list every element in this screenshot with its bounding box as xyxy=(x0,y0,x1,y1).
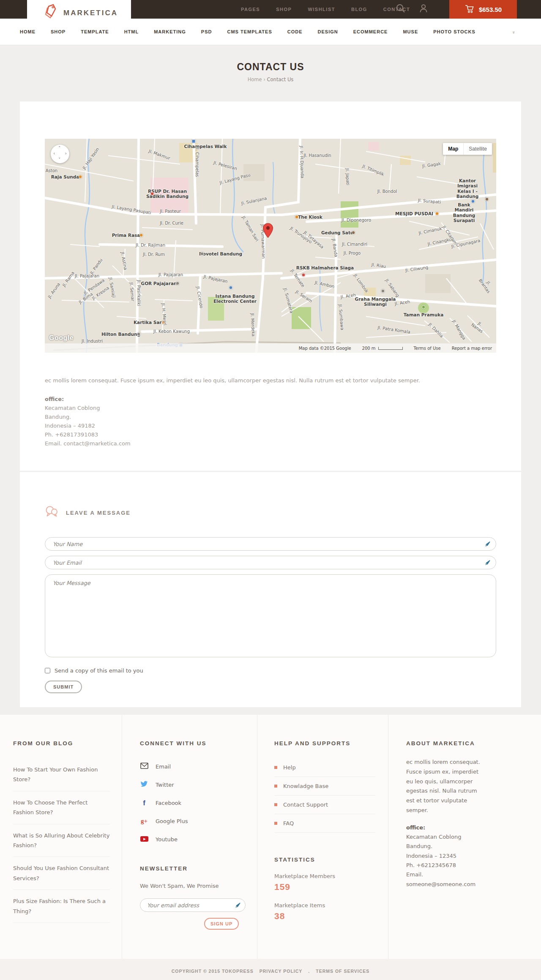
brand-logo[interactable]: MARKETICA xyxy=(27,0,131,26)
map-label: Jl. Pajajaran xyxy=(75,274,99,279)
pan-left-icon[interactable]: ‹ xyxy=(53,151,55,156)
cat-nav-photo-stocks[interactable]: PHOTO STOCKS xyxy=(433,29,475,34)
map-label: Jl. Ternate xyxy=(290,268,306,288)
pan-up-icon[interactable]: ˄ xyxy=(58,145,61,151)
search-icon[interactable] xyxy=(396,3,406,15)
blog-link[interactable]: What is So Alluring About Celebrity Fash… xyxy=(13,824,110,857)
blog-link[interactable]: How To Choose The Perfect Fashion Store? xyxy=(13,791,110,824)
poi-marker-icon xyxy=(471,200,475,203)
cat-nav-shop[interactable]: SHOP xyxy=(51,29,66,34)
poi-marker-icon xyxy=(381,289,385,293)
office-label: office: xyxy=(45,395,496,404)
terms-of-use-link[interactable]: Terms of Use xyxy=(414,346,441,351)
cat-nav-cms-templates[interactable]: CMS TEMPLATES xyxy=(227,29,272,34)
googleplus-icon: g+ xyxy=(140,818,148,825)
youtube-icon xyxy=(140,835,148,843)
header-nav: PAGES SHOP WISHLIST BLOG CONTACT xyxy=(241,0,410,19)
map-label: GOR Pajajaran xyxy=(141,281,177,286)
map-label: Taman Pramuka xyxy=(404,312,444,317)
pan-right-icon[interactable]: › xyxy=(65,151,67,156)
map-label: Jl. Cimanuk xyxy=(418,226,442,236)
map-label: Raja Sunda xyxy=(51,174,79,179)
help-link: Contact Support xyxy=(274,796,375,814)
map-pan-control[interactable]: ˄ ˅ ‹ › xyxy=(51,145,69,163)
map-label: Jl. Pelesiran xyxy=(213,160,238,171)
map-view-button[interactable]: Map xyxy=(443,143,463,155)
header-nav-wishlist[interactable]: WISHLIST xyxy=(308,7,335,12)
cat-nav-template[interactable]: TEMPLATE xyxy=(81,29,109,34)
facebook-icon: f xyxy=(140,799,148,807)
map-label: Jl. Sumatera xyxy=(282,288,294,314)
cat-nav-home[interactable]: HOME xyxy=(20,29,36,34)
cart-icon xyxy=(464,4,475,15)
map-label: Kantor Imigrasi Kelas I - Bandung xyxy=(453,178,482,199)
blog-link[interactable]: Should You Use Fashion Consultant Servic… xyxy=(13,857,110,890)
name-input[interactable] xyxy=(45,537,496,551)
statistics-heading: STATISTICS xyxy=(274,856,375,863)
map-label: Jl. Japati xyxy=(344,168,350,186)
social-email-link[interactable]: Email xyxy=(140,758,244,776)
social-googleplus-link[interactable]: g+ Google Plus xyxy=(140,812,244,830)
report-map-error-link[interactable]: Report a map error xyxy=(452,346,492,351)
cat-nav-code[interactable]: CODE xyxy=(287,29,303,34)
social-twitter-link[interactable]: Twitter xyxy=(140,776,244,794)
social-youtube-link[interactable]: Youtube xyxy=(140,830,244,848)
address-line: Email. someone@someone.com xyxy=(406,870,484,889)
map-label: Jl. Seram xyxy=(295,289,313,304)
map-label: Jl. Surapati xyxy=(418,198,441,205)
send-copy-checkbox[interactable] xyxy=(45,668,50,673)
satellite-view-button[interactable]: Satellite xyxy=(463,143,492,155)
social-facebook-link[interactable]: f Facebook xyxy=(140,794,244,812)
header-nav-shop[interactable]: SHOP xyxy=(276,7,292,12)
scale-bar xyxy=(378,347,403,350)
map-label: Jl. Citarum xyxy=(441,225,458,245)
office-address-block: office: Kecamatan Coblong Bandung. Indon… xyxy=(45,395,496,448)
pen-icon xyxy=(484,560,490,568)
message-textarea[interactable] xyxy=(45,574,496,657)
email-input[interactable] xyxy=(45,556,496,569)
blog-link[interactable]: Plus Size Fashion: Is There Such a Thing… xyxy=(13,890,110,923)
newsletter-email-input[interactable] xyxy=(140,898,246,912)
header-nav-blog[interactable]: BLOG xyxy=(351,7,367,12)
map-marker-pin[interactable] xyxy=(262,222,274,241)
message-field-row xyxy=(45,574,496,659)
submit-button[interactable]: SUBMIT xyxy=(45,681,82,693)
pen-icon xyxy=(234,902,240,910)
map-label: Jl. Riau xyxy=(371,262,386,269)
help-link: Help xyxy=(274,758,375,777)
blog-link[interactable]: How To Start Your Own Fashion Store? xyxy=(13,758,110,791)
map-label: Aston xyxy=(46,168,57,173)
address-line: Kecamatan Coblong xyxy=(406,832,484,842)
map-label: Kartika Sari xyxy=(134,320,163,325)
footer-blog-column: FROM OUR BLOG How To Start Your Own Fash… xyxy=(0,715,122,959)
breadcrumb-home[interactable]: Home xyxy=(248,77,262,82)
map-label: Jl. Aceh xyxy=(340,293,356,300)
map-label: Jl. Progo xyxy=(344,251,361,256)
privacy-policy-link[interactable]: PRIVACY POLICY xyxy=(260,969,303,974)
header-nav-pages[interactable]: PAGES xyxy=(241,7,260,12)
email-field-row xyxy=(45,556,496,569)
poi-marker-icon xyxy=(485,198,489,201)
cat-nav-ecommerce[interactable]: ECOMMERCE xyxy=(353,29,388,34)
cart-button[interactable]: $653.50 xyxy=(449,0,517,19)
google-map[interactable]: Cihampelas WalkJl. HasanudinAstonRaja Su… xyxy=(45,139,496,353)
cat-nav-design[interactable]: DESIGN xyxy=(318,29,338,34)
pen-icon xyxy=(484,541,490,549)
user-icon[interactable] xyxy=(418,3,429,15)
map-label: Jl. Gagak xyxy=(422,161,441,169)
cat-nav-marketing[interactable]: MARKETING xyxy=(154,29,186,34)
help-list: Help Knowladge Base Contact Support FAQ xyxy=(274,758,375,833)
poi-marker-icon xyxy=(79,175,82,179)
cat-nav-muse[interactable]: MUSE xyxy=(403,29,418,34)
contact-info-card: Cihampelas WalkJl. HasanudinAstonRaja Su… xyxy=(20,102,521,471)
copyright-text: COPYRIGHT © 2015 TOKOPRESS xyxy=(172,969,254,974)
terms-of-services-link[interactable]: TERMS OF SERVICES xyxy=(316,969,369,974)
pan-down-icon[interactable]: ˅ xyxy=(58,157,61,162)
signup-button[interactable]: SIGN UP xyxy=(204,918,239,930)
cat-nav-psd[interactable]: PSD xyxy=(201,29,212,34)
map-label: Jl. Bondol xyxy=(377,189,397,194)
leave-message-card: LEAVE A MESSAGE Send a copy of this emai… xyxy=(20,472,521,707)
blog-heading: FROM OUR BLOG xyxy=(13,740,110,747)
cat-nav-html[interactable]: HTML xyxy=(124,29,139,34)
chevron-down-icon[interactable]: » xyxy=(511,31,516,33)
